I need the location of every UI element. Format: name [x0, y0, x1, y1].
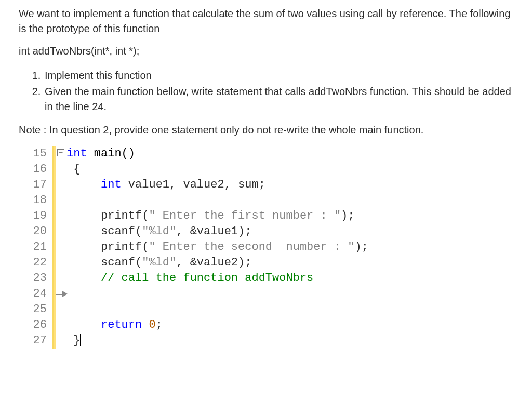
code-line: scanf("%ld", &value1);	[66, 224, 513, 239]
code-line	[66, 286, 513, 302]
code-line: return 0;	[66, 317, 513, 333]
code-line	[66, 302, 513, 317]
line-number: 20	[33, 224, 47, 239]
code-content: −int main() { int value1, value2, sum; p…	[62, 146, 513, 349]
code-line	[66, 193, 513, 208]
fold-icon[interactable]: −	[57, 149, 64, 156]
prototype-line: int addTwoNbrs(int*, int *);	[19, 44, 513, 59]
task-item: Given the main function bellow, write st…	[44, 84, 513, 114]
line-number: 27	[33, 333, 47, 349]
text-cursor	[80, 334, 81, 346]
code-line: printf(" Enter the second number : ");	[66, 239, 513, 255]
code-line: }	[66, 333, 513, 349]
line-number: 19	[33, 208, 47, 224]
line-number: 25	[33, 302, 47, 317]
code-block: 15 16 17 18 19 20 21 22 23 24 25 26 27 −…	[21, 146, 513, 349]
line-number-active: 24	[33, 286, 47, 302]
task-item: Implement this function	[44, 68, 513, 83]
code-line: printf(" Enter the first number : ");	[66, 208, 513, 224]
line-number: 17	[33, 177, 47, 193]
code-line: scanf("%ld", &value2);	[66, 255, 513, 271]
intro-paragraph: We want to implement a function that cal…	[19, 6, 513, 36]
line-number: 15	[33, 146, 47, 162]
line-number: 21	[33, 239, 47, 255]
task-list: Implement this function Given the main f…	[42, 68, 513, 114]
line-number: 16	[33, 162, 47, 177]
line-number: 18	[33, 193, 47, 208]
code-line: // call the function addTwoNbrs	[66, 271, 513, 286]
line-number: 23	[33, 271, 47, 286]
code-line: {	[66, 162, 513, 177]
line-number: 22	[33, 255, 47, 271]
note-paragraph: Note : In question 2, provide one statem…	[19, 123, 513, 138]
fold-bar	[54, 146, 62, 349]
code-line: int value1, value2, sum;	[66, 177, 513, 193]
line-number-gutter: 15 16 17 18 19 20 21 22 23 24 25 26 27	[21, 146, 54, 349]
code-line: −int main()	[66, 146, 513, 162]
line-number: 26	[33, 317, 47, 333]
